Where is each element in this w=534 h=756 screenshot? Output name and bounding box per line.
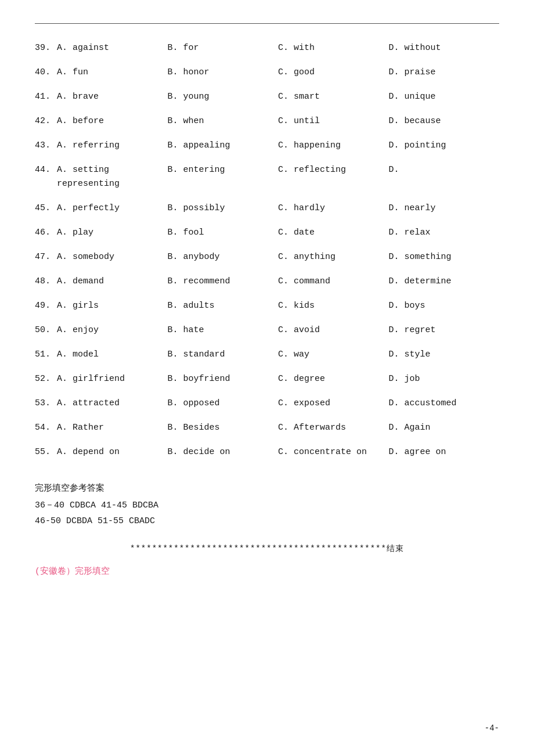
question-row: 53.A. attractedB. opposedC. exposedD. ac…	[35, 397, 499, 411]
question-options: A. attractedB. opposedC. exposedD. accus…	[57, 397, 499, 411]
question-options: A. funB. honorC. goodD. praise	[57, 66, 499, 80]
question-row: 42.A. beforeB. whenC. untilD. because	[35, 114, 499, 128]
option: C. smart	[278, 90, 389, 104]
question-number: 46.	[35, 226, 57, 240]
question-row: 39.A. againstB. forC. withD. without	[35, 41, 499, 55]
option: A. before	[57, 114, 168, 128]
question-number: 52.	[35, 372, 57, 386]
question-options: A. somebodyB. anybodyC. anythingD. somet…	[57, 250, 499, 264]
question-row: 40.A. funB. honorC. goodD. praise	[35, 66, 499, 80]
option: C. degree	[278, 372, 389, 386]
question-options: A. beforeB. whenC. untilD. because	[57, 114, 499, 128]
top-rule	[35, 23, 499, 24]
question-number: 53.	[35, 397, 57, 411]
option: C. until	[278, 114, 389, 128]
question-options: A. modelB. standardC. wayD. style	[57, 348, 499, 362]
question-number: 55.	[35, 445, 57, 459]
option: D.	[389, 163, 500, 177]
option: A. attracted	[57, 397, 168, 411]
option: D. without	[389, 41, 500, 55]
question-options: A. girlsB. adultsC. kidsD. boys	[57, 299, 499, 313]
answer-row-2: 46-50 DCBDA 51-55 CBADC	[35, 516, 499, 526]
option: B. when	[168, 114, 279, 128]
option: D. accustomed	[389, 397, 500, 411]
question-options: A. playB. foolC. dateD. relax	[57, 226, 499, 240]
question-options: A. RatherB. BesidesC. AfterwardsD. Again	[57, 421, 499, 435]
option: B. appealing	[168, 139, 279, 153]
question-row: 46.A. playB. foolC. dateD. relax	[35, 226, 499, 240]
option: B. standard	[168, 348, 279, 362]
question-number: 50.	[35, 323, 57, 337]
question-options: A. girlfriendB. boyfriendC. degreeD. job	[57, 372, 499, 386]
question-row: 41.A. braveB. youngC. smartD. unique	[35, 90, 499, 104]
option: C. anything	[278, 250, 389, 264]
option: B. entering	[168, 163, 279, 177]
option: B. hate	[168, 323, 279, 337]
option: D. nearly	[389, 201, 500, 215]
question-options: A. settingB. enteringC. reflectingD.	[57, 163, 499, 177]
question-number: 43.	[35, 139, 57, 153]
option: C. avoid	[278, 323, 389, 337]
question-options: A. enjoyB. hateC. avoidD. regret	[57, 323, 499, 337]
option: A. fun	[57, 66, 168, 80]
option: D. pointing	[389, 139, 500, 153]
option: D. something	[389, 250, 500, 264]
option: B. opposed	[168, 397, 279, 411]
question-number: 47.	[35, 250, 57, 264]
option: B. honor	[168, 66, 279, 80]
option: C. happening	[278, 139, 389, 153]
question-options: A. depend onB. decide onC. concentrate o…	[57, 445, 499, 459]
option: D. determine	[389, 275, 500, 289]
option: B. Besides	[168, 421, 279, 435]
question-row: 49.A. girlsB. adultsC. kidsD. boys	[35, 299, 499, 313]
option: C. with	[278, 41, 389, 55]
question-number: 45.	[35, 201, 57, 215]
option: A. girls	[57, 299, 168, 313]
option: D. job	[389, 372, 500, 386]
option: C. kids	[278, 299, 389, 313]
question-number: 39.	[35, 41, 57, 55]
option: D. relax	[389, 226, 500, 240]
option: C. Afterwards	[278, 421, 389, 435]
question-number: 41.	[35, 90, 57, 104]
option: C. reflecting	[278, 163, 389, 177]
option: C. command	[278, 275, 389, 289]
question-number: 49.	[35, 299, 57, 313]
option: C. way	[278, 348, 389, 362]
answer-section-title: 完形填空参考答案	[35, 483, 499, 494]
question-number: 42.	[35, 114, 57, 128]
option: A. somebody	[57, 250, 168, 264]
anhui-link[interactable]: (安徽卷）完形填空	[35, 566, 499, 577]
option: B. for	[168, 41, 279, 55]
question-options: A. demandB. recommendC. commandD. determ…	[57, 275, 499, 289]
question-row: 51.A. modelB. standardC. wayD. style	[35, 348, 499, 362]
option: D. because	[389, 114, 500, 128]
question-options: A. againstB. forC. withD. without	[57, 41, 499, 55]
option: B. anybody	[168, 250, 279, 264]
question-options: A. referringB. appealingC. happeningD. p…	[57, 139, 499, 153]
option: B. boyfriend	[168, 372, 279, 386]
option: C. good	[278, 66, 389, 80]
question-options: A. braveB. youngC. smartD. unique	[57, 90, 499, 104]
option: A. brave	[57, 90, 168, 104]
option: A. depend on	[57, 445, 168, 459]
option: B. adults	[168, 299, 279, 313]
option: C. hardly	[278, 201, 389, 215]
question-row: 52.A. girlfriendB. boyfriendC. degreeD. …	[35, 372, 499, 386]
option: A. demand	[57, 275, 168, 289]
question-options: A. perfectlyB. possiblyC. hardlyD. nearl…	[57, 201, 499, 215]
question-row: 47.A. somebodyB. anybodyC. anythingD. so…	[35, 250, 499, 264]
option: C. concentrate on	[278, 445, 389, 459]
question-number: 54.	[35, 421, 57, 435]
page-number: -4-	[485, 723, 499, 733]
question-row: 48.A. demandB. recommendC. commandD. det…	[35, 275, 499, 289]
option: D. style	[389, 348, 500, 362]
question-row: 50.A. enjoyB. hateC. avoidD. regret	[35, 323, 499, 337]
question-row: 45.A. perfectlyB. possiblyC. hardlyD. ne…	[35, 201, 499, 215]
question-row: 55.A. depend onB. decide onC. concentrat…	[35, 445, 499, 459]
option: C. exposed	[278, 397, 389, 411]
option: A. play	[57, 226, 168, 240]
question-number: 51.	[35, 348, 57, 362]
option: B. fool	[168, 226, 279, 240]
option: A. enjoy	[57, 323, 168, 337]
